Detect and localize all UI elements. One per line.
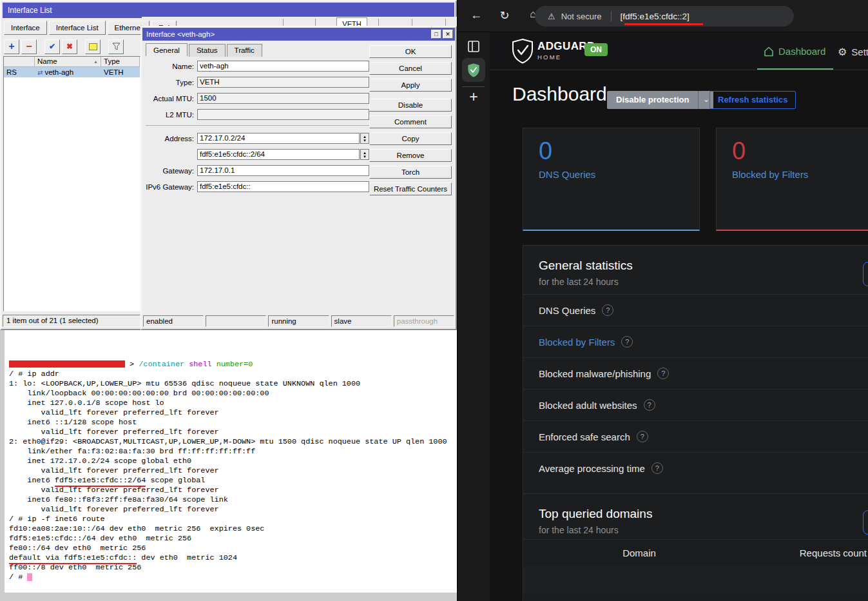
stat-label-link[interactable]: Blocked by Filters: [717, 165, 868, 180]
dialog-tab-general[interactable]: General: [146, 43, 188, 56]
time-period-button-clipped[interactable]: [863, 510, 868, 535]
field-separator: [146, 125, 369, 126]
terminal-line: / # ip -f inet6 route: [9, 515, 457, 524]
torch-button[interactable]: Torch: [369, 166, 452, 179]
field-row: Actual MTU:1500: [146, 93, 369, 104]
copy-button[interactable]: Copy: [369, 132, 452, 145]
help-icon[interactable]: ?: [637, 431, 648, 442]
stat-label-link[interactable]: DNS Queries: [523, 165, 699, 180]
filter-icon: [112, 43, 121, 50]
stats-row-label: Blocked malware/phishing: [539, 368, 651, 379]
dialog-titlebar[interactable]: Interface <veth-agh> □ ✕: [142, 28, 455, 41]
terminal-line: / # ip addr: [9, 369, 457, 379]
terminal-viewport[interactable]: > /container shell number=0/ # ip addr1:…: [5, 330, 457, 593]
not-secure-label[interactable]: Not secure: [561, 12, 602, 21]
field-row: Address:172.17.0.2/24▲▼: [146, 133, 369, 144]
back-icon[interactable]: ←: [468, 8, 484, 22]
new-tab-button[interactable]: +: [465, 89, 482, 106]
nav-dashboard[interactable]: Dashboard: [764, 46, 825, 57]
terminal-line: inet6 ::1/128 scope host: [9, 418, 457, 428]
column-flags[interactable]: [4, 57, 35, 66]
active-tab-adguard[interactable]: [462, 58, 485, 82]
field-input[interactable]: fdf5:e1e5:cfdc::2/64: [197, 149, 360, 160]
field-label: L2 MTU:: [146, 111, 197, 119]
field-input[interactable]: fdf5:e1e5:cfdc::: [197, 181, 369, 192]
terminal-line: inet 127.0.0.1/8 scope host lo: [9, 399, 457, 408]
help-icon[interactable]: ?: [657, 368, 669, 379]
address-bar[interactable]: ⚠ Not secure [fdf5:e1e5:cfdc::2]: [535, 6, 794, 26]
disable-button[interactable]: Disable: [369, 99, 452, 112]
window-title: Interface List: [8, 6, 52, 15]
stats-row-label[interactable]: Blocked by Filters: [539, 337, 615, 348]
field-label: Name:: [146, 63, 197, 70]
nav-settings[interactable]: ⚙ Setti: [838, 46, 868, 58]
help-icon[interactable]: ?: [602, 304, 613, 316]
status-cell: slave: [331, 315, 392, 327]
terminal-cursor: [27, 573, 32, 581]
field-input[interactable]: 172.17.0.2/24: [197, 133, 360, 144]
terminal-line: link/ether fa:f3:02:8a:fa:30 brd ff:ff:f…: [9, 447, 457, 457]
window-titlebar[interactable]: Interface List: [3, 3, 454, 18]
tab-interface[interactable]: Interface: [4, 21, 47, 35]
apply-button[interactable]: Apply: [369, 79, 452, 92]
terminal-line: default via fdf5:e1e5:cfdc:: dev eth0 me…: [9, 553, 457, 563]
time-period-button-clipped[interactable]: [863, 262, 868, 286]
url-text[interactable]: [fdf5:e1e5:cfdc::2]: [621, 12, 690, 21]
dialog-tab-traffic[interactable]: Traffic: [227, 44, 262, 57]
home-nav-icon: [764, 46, 774, 57]
terminal-text: valid_lft forever preferred_lft forever: [9, 505, 219, 514]
refresh-icon[interactable]: ↻: [497, 8, 512, 23]
enable-button[interactable]: ✔: [44, 39, 60, 54]
field-input: [197, 109, 369, 120]
dialog-status-row: enabledrunningslavepassthrough: [143, 315, 454, 327]
column-name[interactable]: Name▲: [35, 57, 101, 66]
disable-protection-button[interactable]: Disable protection ⌄: [607, 91, 713, 109]
terminal-line: 1: lo: <LOOPBACK,UP,LOWER_UP> mtu 65536 …: [9, 379, 457, 389]
dialog-tabs: GeneralStatusTraffic: [146, 44, 264, 57]
close-button[interactable]: ✕: [443, 30, 453, 39]
dialog-tab-status[interactable]: Status: [189, 44, 226, 57]
disable-x-icon: ✖: [66, 42, 73, 51]
field-input[interactable]: veth-agh: [197, 61, 369, 72]
maximize-button[interactable]: □: [431, 30, 441, 39]
help-icon[interactable]: ?: [644, 399, 655, 411]
comment-button[interactable]: Comment: [369, 115, 452, 128]
vertical-tabs-toggle-icon[interactable]: [467, 39, 481, 54]
ok-button[interactable]: OK: [369, 45, 452, 58]
field-input: 1500: [197, 93, 369, 104]
panel-subtitle: for the last 24 hours: [539, 525, 868, 535]
add-button[interactable]: +: [4, 39, 19, 54]
interface-table: Name▲ Type RS ⇄veth-agh VETH: [3, 56, 140, 311]
terminal-text: >: [125, 360, 139, 369]
dialog-fields: Name:veth-aghType:VETHActual MTU:1500L2 …: [146, 61, 369, 197]
help-icon[interactable]: ?: [651, 462, 663, 474]
active-nav-underline: [757, 68, 833, 70]
stats-row: Blocked malware/phishing?: [523, 357, 868, 389]
terminal-text: fe80::/64 dev eth0 metric 256: [9, 544, 146, 553]
stat-card-blocked-by-filters: 0Blocked by Filters: [716, 128, 868, 231]
filter-button[interactable]: [108, 39, 124, 54]
remove-button[interactable]: −: [21, 39, 37, 54]
table-row[interactable]: RS ⇄veth-agh VETH: [4, 67, 140, 77]
spinner-control[interactable]: ▲▼: [360, 149, 369, 160]
disable-button[interactable]: ✖: [62, 39, 77, 54]
stats-row: Enforced safe search?: [523, 420, 868, 452]
help-icon[interactable]: ?: [621, 336, 633, 348]
cancel-button[interactable]: Cancel: [369, 62, 452, 75]
not-secure-warning-icon[interactable]: ⚠: [548, 12, 555, 21]
refresh-statistics-button[interactable]: Refresh statistics: [709, 91, 796, 109]
field-input[interactable]: 172.17.0.1: [197, 165, 369, 176]
terminal-text: /container: [139, 360, 184, 369]
tab-interface-list[interactable]: Interface List: [49, 21, 106, 35]
general-statistics-panel: General statistics for the last 24 hours…: [523, 245, 868, 515]
spinner-control[interactable]: ▲▼: [360, 133, 369, 144]
stat-value: 0: [717, 128, 868, 165]
comment-button[interactable]: [85, 39, 101, 54]
stats-row-label: DNS Queries: [539, 305, 595, 316]
sort-icon: ▲: [93, 59, 98, 64]
column-type[interactable]: Type: [101, 57, 140, 66]
reset-traffic-counters-button[interactable]: Reset Traffic Counters: [369, 182, 452, 195]
stats-row-label: Blocked adult websites: [539, 400, 637, 411]
remove-button[interactable]: Remove: [369, 149, 452, 162]
terminal-output: > /container shell number=0/ # ip addr1:…: [5, 330, 457, 582]
